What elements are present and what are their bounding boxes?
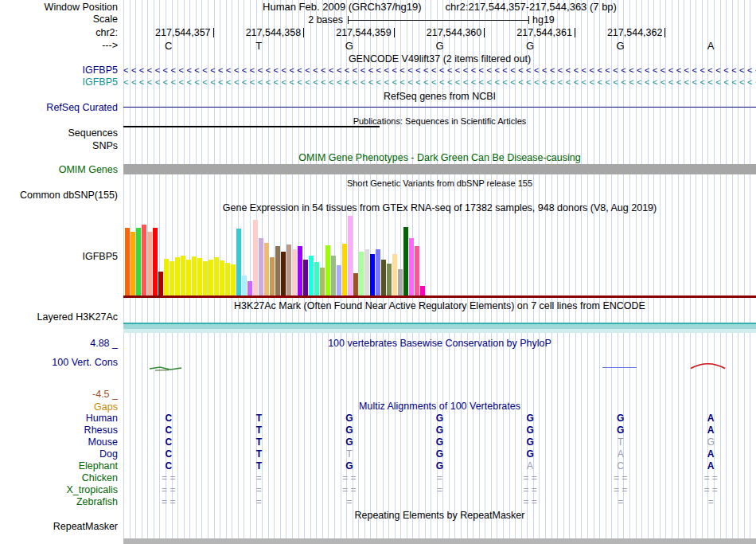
label-cons-min: -4.5 _: [92, 389, 118, 400]
repeatmasker-bar[interactable]: [123, 538, 756, 544]
label-gtex-igfbp5[interactable]: IGFBP5: [83, 251, 118, 262]
alignment-base: T: [618, 436, 623, 448]
alignment-base: = =: [342, 472, 356, 483]
alignment-base: G: [617, 425, 624, 436]
label-species-human[interactable]: Human: [86, 413, 118, 424]
alignment-base: A: [527, 460, 533, 472]
label-omim-genes[interactable]: OMIM Genes: [59, 164, 118, 175]
alignment-base: A: [707, 425, 715, 436]
label-gaps[interactable]: Gaps: [94, 401, 118, 413]
label-refseq-curated[interactable]: RefSeq Curated: [46, 102, 118, 113]
label-common-dbsnp[interactable]: Common dbSNP(155): [20, 190, 118, 201]
alignment-base: = =: [162, 484, 175, 495]
track-display-area[interactable]: Human Feb. 2009 (GRCh37/hg19) chr2:217,5…: [123, 0, 756, 544]
alignment-base: C: [165, 425, 172, 436]
label-cons-max: 4.88 _: [90, 338, 118, 349]
alignment-base: = =: [162, 472, 175, 483]
alignment-base: T: [346, 448, 352, 460]
alignment-base: = =: [342, 484, 356, 495]
alignment-base: =: [346, 496, 352, 507]
label-repeatmasker[interactable]: RepeatMasker: [53, 521, 118, 532]
alignment-base: G: [345, 413, 353, 424]
alignment-base: G: [345, 436, 353, 448]
alignment-base: = =: [523, 496, 536, 507]
label-species-rhesus[interactable]: Rhesus: [84, 425, 118, 436]
alignment-base: =: [437, 484, 442, 495]
label-species-elephant[interactable]: Elephant: [79, 460, 118, 472]
alignment-base: T: [256, 413, 262, 424]
label-gencode-igfbp5-1[interactable]: IGFBP5: [83, 65, 118, 76]
alignment-base: A: [707, 448, 715, 460]
label-species-chicken[interactable]: Chicken: [82, 472, 118, 483]
track-label-column: Window Position Scale chr2: ---> IGFBP5 …: [0, 0, 121, 544]
repeatmasker-title: Repeating Elements by RepeatMasker: [123, 510, 756, 521]
alignment-base: =: [256, 484, 262, 495]
alignment-base: =: [256, 472, 262, 483]
alignment-base: T: [256, 436, 262, 448]
alignment-base: G: [436, 448, 443, 460]
alignment-base: =: [437, 472, 442, 483]
alignment-base: = =: [704, 472, 718, 483]
label-scale: Scale: [93, 14, 118, 25]
label-species-zebrafish[interactable]: Zebrafish: [76, 496, 118, 507]
alignment-base: C: [165, 413, 172, 424]
alignment-base: T: [256, 460, 262, 472]
alignment-base: G: [436, 460, 443, 472]
genome-browser: Window Position Scale chr2: ---> IGFBP5 …: [0, 0, 756, 544]
alignment-base: T: [256, 448, 262, 460]
label-sequences[interactable]: Sequences: [68, 127, 118, 139]
alignment-base: A: [707, 413, 715, 424]
alignment-base: G: [436, 425, 443, 436]
alignment-base: A: [707, 460, 715, 472]
label-strand: --->: [102, 40, 118, 51]
alignment-base: = =: [704, 484, 718, 495]
alignment-base: = =: [523, 484, 536, 495]
alignment-base: A: [618, 448, 624, 460]
label-vert-cons[interactable]: 100 Vert. Cons: [52, 357, 118, 368]
alignment-base: G: [526, 413, 533, 424]
alignment-base: =: [256, 496, 262, 507]
alignment-base: G: [526, 425, 533, 436]
alignment-base: T: [256, 425, 262, 436]
alignment-base: C: [165, 448, 172, 460]
alignment-base: C: [617, 460, 624, 472]
label-chrom: chr2:: [95, 27, 118, 38]
alignment-base: G: [617, 413, 624, 424]
alignment-base: G: [526, 448, 533, 460]
alignment-base: G: [345, 460, 353, 472]
alignment-base: G: [526, 436, 533, 448]
alignment-base: G: [345, 425, 353, 436]
alignment-base: C: [165, 460, 172, 472]
label-gencode-igfbp5-2[interactable]: IGFBP5: [83, 76, 118, 88]
label-species-mouse[interactable]: Mouse: [88, 436, 118, 448]
label-species-dog[interactable]: Dog: [99, 448, 118, 460]
alignment-base: =: [618, 496, 623, 507]
alignment-base: = =: [614, 484, 627, 495]
label-window-position: Window Position: [45, 2, 118, 13]
label-species-x_tropicalis[interactable]: X_tropicalis: [66, 484, 118, 495]
label-layered-h3k27ac[interactable]: Layered H3K27Ac: [37, 311, 118, 323]
alignment-base: C: [165, 436, 172, 448]
alignment-base: = =: [162, 496, 175, 507]
alignment-base: = =: [523, 472, 536, 483]
alignment-base: G: [436, 436, 443, 448]
alignment-base: G: [707, 436, 715, 448]
multiz-alignment: CTGGGGACTGGGGACTGGGTGCTTGGAACTGGACA= ===…: [123, 0, 756, 544]
alignment-base: = =: [614, 472, 627, 483]
alignment-base: G: [436, 413, 443, 424]
label-snps[interactable]: SNPs: [92, 140, 118, 151]
alignment-base: =: [708, 496, 714, 507]
